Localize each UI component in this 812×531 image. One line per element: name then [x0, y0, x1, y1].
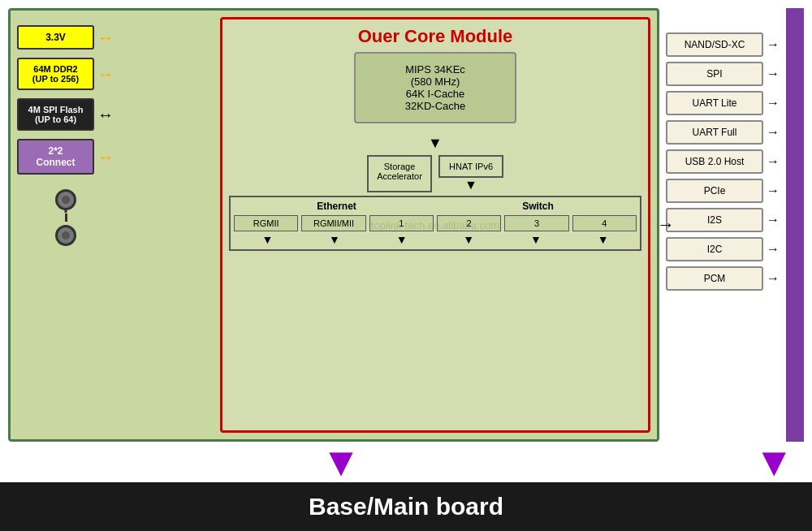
- core-internal: MIPS 34KEc (580 MHz) 64K I-Cache 32KD-Ca…: [229, 52, 641, 417]
- board-right-arrow: →: [657, 214, 675, 235]
- comp-spi-flash: 4M SPI Flash(UP to 64): [17, 98, 94, 131]
- port-arrow-0: ▼: [261, 233, 273, 246]
- comp-spi-flash-label: 4M SPI Flash(UP to 64): [28, 105, 84, 124]
- peripheral-row-1: SPI →: [666, 62, 804, 86]
- comp-row-ddr2: 64M DDR2(UP to 256) ↔: [17, 58, 114, 90]
- eth-ports-row: RGMII RGMII/MII 1 2 3 4: [234, 215, 637, 231]
- port-arrow-2: ▼: [396, 233, 408, 246]
- peripheral-uart-lite-label: UART Lite: [693, 97, 737, 109]
- peripheral-arrow-4: →: [767, 154, 780, 169]
- core-module: Ouer Core Module toplink-tech.en.alibaba…: [220, 17, 650, 433]
- peripheral-arrow-0: →: [767, 37, 780, 52]
- peripheral-spi-label: SPI: [706, 68, 722, 80]
- peripheral-uart-full: UART Full: [666, 120, 763, 145]
- eth-port-2: 2: [437, 215, 501, 231]
- eth-port-4: 4: [572, 215, 637, 231]
- peripheral-row-6: I2S →: [666, 208, 804, 232]
- connector-symbols: [17, 189, 114, 246]
- bottom-arrows-area: ▼ ▼: [0, 442, 812, 482]
- eth-title1: Ethernet: [317, 201, 356, 212]
- comp-connect: 2*2Connect: [17, 139, 94, 175]
- port-arrow-5: ▼: [598, 233, 609, 246]
- peripheral-nand: NAND/SD-XC: [666, 32, 763, 57]
- comp-row-connect: 2*2Connect ↔: [17, 139, 114, 175]
- base-board-bar: Base/Main board: [0, 482, 812, 531]
- port-arrow-4: ▼: [530, 233, 542, 246]
- comp-ddr2: 64M DDR2(UP to 256): [17, 58, 94, 90]
- peripheral-uart-lite: UART Lite: [666, 91, 763, 115]
- peripheral-arrow-3: →: [767, 125, 780, 140]
- cpu-line2: (580 MHz): [365, 76, 505, 88]
- peripheral-usb-label: USB 2.0 Host: [685, 156, 745, 167]
- main-container: 3.3V ↔ 64M DDR2(UP to 256) ↔: [0, 0, 812, 531]
- cpu-down-arrow: ▼: [229, 135, 641, 152]
- port-arrow-1: ▼: [329, 233, 340, 246]
- peripheral-i2c-label: I2C: [707, 244, 723, 255]
- peripheral-i2c: I2C: [666, 237, 763, 261]
- cpu-box: MIPS 34KEc (580 MHz) 64K I-Cache 32KD-Ca…: [354, 52, 516, 123]
- eth-port-rgmiimii: RGMII/MII: [301, 215, 365, 231]
- peripheral-arrow-2: →: [767, 96, 780, 110]
- peripheral-i2s: I2S: [666, 208, 763, 232]
- hnat-box: HNAT IPv6: [438, 155, 503, 178]
- peripheral-row-7: I2C →: [666, 237, 804, 261]
- comp-3v3: 3.3V: [17, 25, 94, 50]
- comp-row-3v3: 3.3V ↔: [17, 25, 114, 50]
- cpu-center: MIPS 34KEc (580 MHz) 64K I-Cache 32KD-Ca…: [229, 52, 641, 132]
- peripheral-row-2: UART Lite →: [666, 91, 804, 115]
- ethernet-section: Ethernet Switch RGMII RGMII/MII 1 2 3 4: [229, 196, 641, 251]
- storage-hnat-row: StorageAccelerator HNAT IPv6 ▼: [229, 155, 641, 192]
- diagram-area: 3.3V ↔ 64M DDR2(UP to 256) ↔: [0, 0, 812, 442]
- comp-connect-label: 2*2Connect: [37, 145, 76, 168]
- eth-port-1: 1: [369, 215, 434, 231]
- arrow-ddr2: ↔: [97, 65, 114, 84]
- peripheral-i2s-label: I2S: [707, 214, 722, 226]
- left-column: 3.3V ↔ 64M DDR2(UP to 256) ↔: [17, 17, 114, 433]
- base-board-text: Base/Main board: [309, 493, 503, 520]
- storage-label: StorageAccelerator: [377, 162, 422, 181]
- peripheral-pcie-label: PCIe: [704, 185, 726, 196]
- arrow-3v3: ↔: [97, 28, 114, 47]
- eth-title2: Switch: [522, 201, 554, 212]
- right-peripherals: NAND/SD-XC → SPI → UART Lite → UART Full: [666, 8, 804, 442]
- storage-box: StorageAccelerator: [367, 155, 432, 192]
- eth-port-rgmii: RGMII: [234, 215, 298, 231]
- outer-board: 3.3V ↔ 64M DDR2(UP to 256) ↔: [8, 8, 659, 442]
- peripheral-arrow-7: →: [767, 242, 780, 257]
- peripheral-row-5: PCIe →: [666, 179, 804, 203]
- center-purple-down-arrow: ▼: [321, 442, 361, 482]
- peripheral-usb: USB 2.0 Host: [666, 149, 763, 174]
- peripheral-uart-full-label: UART Full: [693, 127, 737, 138]
- peripheral-pcm: PCM: [666, 266, 763, 291]
- outer-board-inner: 3.3V ↔ 64M DDR2(UP to 256) ↔: [17, 17, 650, 433]
- peripheral-row-3: UART Full →: [666, 120, 804, 145]
- peripheral-row-4: USB 2.0 Host →: [666, 149, 804, 174]
- right-purple-down-arrow: ▼: [754, 442, 795, 482]
- peripheral-arrow-5: →: [767, 183, 780, 198]
- peripheral-spi: SPI: [666, 62, 763, 86]
- purple-vertical-bar: [786, 8, 804, 442]
- peripheral-pcie: PCIe: [666, 179, 763, 203]
- cpu-line4: 32KD-Cache: [365, 100, 505, 112]
- comp-ddr2-label: 64M DDR2(UP to 256): [32, 64, 79, 84]
- eth-port-3: 3: [504, 215, 568, 231]
- peripheral-nand-label: NAND/SD-XC: [685, 39, 745, 50]
- peripheral-arrow-6: →: [767, 213, 780, 227]
- port-arrow-3: ▼: [463, 233, 474, 246]
- cpu-line1: MIPS 34KEc: [365, 63, 505, 76]
- peripheral-arrow-1: →: [767, 67, 780, 81]
- peripheral-pcm-label: PCM: [704, 273, 726, 284]
- peripheral-arrow-8: →: [767, 271, 780, 286]
- comp-3v3-label: 3.3V: [45, 32, 66, 43]
- port-down-arrows: ▼ ▼ ▼ ▼ ▼ ▼: [234, 231, 637, 246]
- hnat-down-arrow: ▼: [464, 178, 477, 192]
- eth-title-row: Ethernet Switch: [234, 201, 637, 212]
- peripheral-row-8: PCM →: [666, 266, 804, 291]
- peripheral-row-0: NAND/SD-XC →: [666, 32, 804, 57]
- core-module-title: Ouer Core Module: [229, 26, 641, 47]
- cpu-line3: 64K I-Cache: [365, 88, 505, 100]
- arrow-spi-flash: ↔: [97, 106, 114, 124]
- comp-row-spi-flash: 4M SPI Flash(UP to 64) ↔: [17, 98, 114, 131]
- arrow-connect: ↔: [97, 148, 114, 166]
